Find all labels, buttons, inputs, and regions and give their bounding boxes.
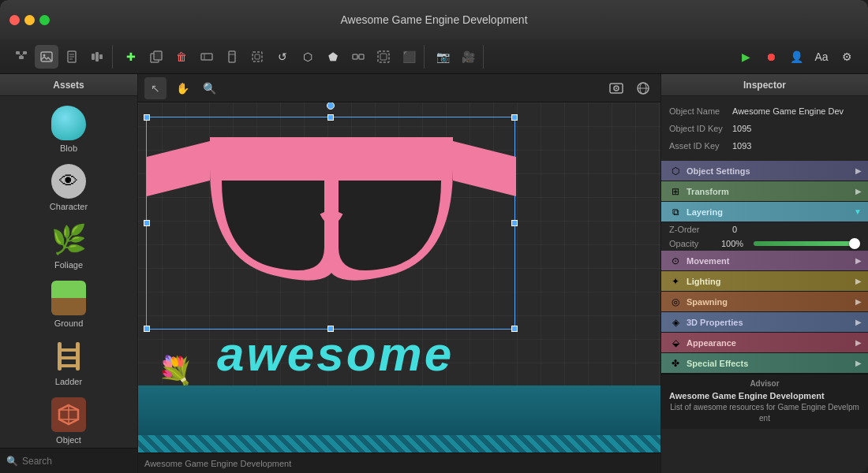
opacity-thumb[interactable]: [849, 238, 860, 249]
handle-bottom-left[interactable]: [144, 326, 150, 332]
rotate-handle[interactable]: [327, 102, 335, 110]
svg-rect-12: [95, 52, 99, 61]
transform-label: Transform: [687, 187, 855, 196]
section-movement[interactable]: ⊙ Movement ▶: [661, 251, 868, 271]
section-3d-properties[interactable]: ◈ 3D Properties ▶: [661, 312, 868, 333]
section-special-effects[interactable]: ✤ Special Effects ▶: [661, 353, 868, 374]
section-layering[interactable]: ⧉ Layering ▼: [661, 202, 868, 222]
search-icon: 🔍: [6, 456, 18, 467]
asset-id-value: 1093: [732, 141, 860, 151]
asset-item-foliage[interactable]: 🌿 Foliage: [0, 216, 137, 274]
lighting-icon: ✦: [669, 275, 682, 288]
blob-icon: [50, 104, 88, 142]
movement-icon: ⊙: [669, 255, 682, 267]
traffic-lights: [9, 15, 50, 25]
lighting-arrow: ▶: [855, 277, 862, 285]
special-effects-arrow: ▶: [855, 359, 862, 367]
svg-rect-23: [359, 54, 364, 59]
zorder-row: Z-Order 0: [661, 222, 868, 236]
object-settings-arrow: ▶: [855, 166, 862, 175]
handle-bottom-right[interactable]: [511, 326, 518, 332]
group-button[interactable]: [346, 45, 370, 69]
ungroup-button[interactable]: [372, 45, 395, 69]
inspector-title: Inspector: [743, 80, 786, 91]
advisor-title: Awesome Game Engine Development: [669, 391, 860, 400]
camera-button[interactable]: 📷: [431, 45, 455, 69]
hierarchy-button[interactable]: [9, 45, 33, 69]
appearance-label: Appearance: [687, 338, 855, 348]
object-id-value: 1095: [732, 124, 860, 133]
main-layout: Assets Blob 👁 Character 🌿: [0, 74, 868, 473]
close-button[interactable]: [9, 15, 20, 25]
opacity-label: Opacity: [669, 239, 716, 248]
object-name-label: Object Name: [669, 106, 732, 116]
appearance-arrow: ▶: [855, 338, 862, 347]
camera-view-button[interactable]: [605, 77, 627, 99]
zoom-tool[interactable]: 🔍: [198, 77, 220, 99]
asset-item-ground[interactable]: Ground: [0, 274, 137, 333]
toolbar-group-edit: ✚ 🗑 ↺ ⬡ ⬟ ⬛: [116, 45, 425, 69]
section-lighting[interactable]: ✦ Lighting ▶: [661, 271, 868, 292]
ground-icon: [50, 279, 88, 317]
canvas-toolbar: ↖ ✋ 🔍: [138, 74, 660, 102]
hand-tool[interactable]: ✋: [171, 77, 193, 99]
select-tool[interactable]: ↖: [144, 77, 166, 99]
image-button[interactable]: [35, 45, 58, 69]
scene-view-button[interactable]: [632, 77, 654, 99]
audio-button[interactable]: [85, 45, 109, 69]
undo-button[interactable]: ↺: [271, 45, 294, 69]
svg-rect-18: [229, 51, 235, 62]
asset-item-ladder[interactable]: Ladder: [0, 333, 137, 391]
advisor-section: Advisor Awesome Game Engine Development …: [661, 374, 868, 429]
resize-h-button[interactable]: [195, 45, 219, 69]
inspector-fields: Object Name Awesome Game Engine Dev Obje…: [661, 96, 868, 161]
handle-mid-left[interactable]: [144, 220, 150, 226]
settings-button[interactable]: ⚙: [835, 45, 859, 69]
canvas-container[interactable]: awesome 💐: [138, 102, 660, 453]
backward-button[interactable]: ⬟: [321, 45, 345, 69]
asset-item-blob[interactable]: Blob: [0, 99, 137, 158]
forward-button[interactable]: ⬡: [296, 45, 320, 69]
play-button[interactable]: ▶: [734, 45, 758, 69]
special-effects-icon: ✤: [669, 357, 682, 370]
search-input[interactable]: [22, 456, 140, 467]
minimize-button[interactable]: [24, 15, 35, 25]
add-button[interactable]: ✚: [119, 45, 143, 69]
svg-rect-2: [19, 56, 24, 59]
handle-top-center[interactable]: [327, 114, 334, 121]
section-transform[interactable]: ⊞ Transform ▶: [661, 181, 868, 202]
handle-top-left[interactable]: [144, 114, 150, 121]
asset-item-character[interactable]: 👁 Character: [0, 158, 137, 216]
layering-icon: ⧉: [669, 206, 682, 218]
maximize-button[interactable]: [39, 15, 50, 25]
3d-icon: ◈: [669, 316, 682, 329]
svg-rect-16: [201, 54, 212, 60]
handle-top-right[interactable]: [511, 114, 518, 121]
opacity-bar[interactable]: [754, 241, 860, 246]
movement-label: Movement: [687, 256, 855, 266]
object-name-value: Awesome Game Engine Dev: [732, 106, 860, 116]
svg-rect-20: [253, 52, 262, 61]
font-button[interactable]: Aa: [810, 45, 833, 69]
section-spawning[interactable]: ◎ Spawning ▶: [661, 292, 868, 312]
section-appearance[interactable]: ⬙ Appearance ▶: [661, 333, 868, 353]
transform-button[interactable]: [245, 45, 269, 69]
svg-rect-15: [154, 51, 162, 60]
toolbar-group-camera: 📷 🎥: [428, 45, 484, 69]
copy-button[interactable]: [144, 45, 168, 69]
record-button[interactable]: ⬛: [397, 45, 421, 69]
record2-button[interactable]: ⏺: [759, 45, 783, 69]
assets-list: Blob 👁 Character 🌿 Foliage: [0, 96, 137, 448]
handle-mid-right[interactable]: [511, 220, 518, 226]
resize-v-button[interactable]: [220, 45, 244, 69]
asset-item-object[interactable]: Object: [0, 391, 137, 448]
camera-alt-button[interactable]: 🎥: [456, 45, 480, 69]
svg-rect-25: [378, 51, 389, 62]
zorder-label: Z-Order: [669, 225, 732, 234]
status-bar: Awesome Game Engine Development: [138, 453, 660, 473]
document-button[interactable]: [60, 45, 84, 69]
profile-button[interactable]: 👤: [784, 45, 808, 69]
section-object-settings[interactable]: ⬡ Object Settings ▶: [661, 161, 868, 181]
delete-button[interactable]: 🗑: [170, 45, 193, 69]
svg-rect-11: [92, 54, 95, 60]
